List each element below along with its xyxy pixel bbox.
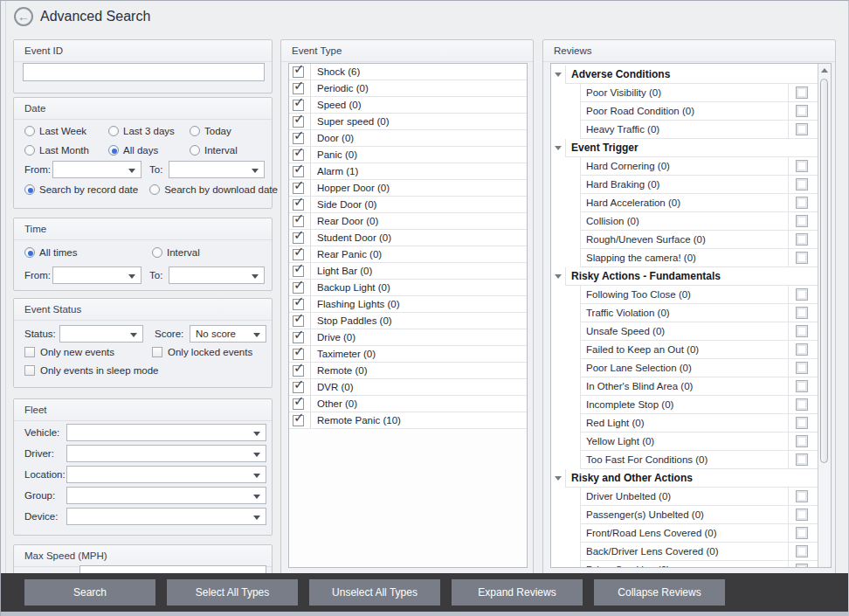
radio-search-by-download-date[interactable]: Search by download date xyxy=(149,184,278,195)
checked-checkbox-icon[interactable] xyxy=(293,282,304,294)
radio-last-3-days[interactable]: Last 3 days xyxy=(108,126,190,136)
radio-all-days[interactable]: All days xyxy=(108,145,190,156)
unchecked-checkbox-icon[interactable] xyxy=(796,87,808,99)
checked-checkbox-icon[interactable] xyxy=(293,133,304,144)
reviews-item-poor-road-condition-0[interactable]: Poor Road Condition (0) xyxy=(551,102,818,121)
fleet-location-combo[interactable] xyxy=(66,466,266,483)
reviews-item-hard-cornering-0[interactable]: Hard Cornering (0) xyxy=(551,157,818,176)
expand-reviews-button[interactable]: Expand Reviews xyxy=(452,579,583,606)
date-to-combo[interactable] xyxy=(169,161,265,178)
radio-today[interactable]: Today xyxy=(190,126,238,136)
event-type-row-flashing-lights-0[interactable]: Flashing Lights (0) xyxy=(289,296,527,313)
checked-checkbox-icon[interactable] xyxy=(293,349,304,360)
unchecked-checkbox-icon[interactable] xyxy=(796,490,808,502)
event-type-row-door-0[interactable]: Door (0) xyxy=(289,130,527,147)
checked-checkbox-icon[interactable] xyxy=(293,100,304,111)
fleet-group-combo[interactable] xyxy=(66,487,266,504)
unchecked-checkbox-icon[interactable] xyxy=(796,417,808,429)
checked-checkbox-icon[interactable] xyxy=(293,415,304,426)
time-from-combo[interactable] xyxy=(52,266,142,284)
event-type-row-alarm-1[interactable]: Alarm (1) xyxy=(289,163,527,180)
unchecked-checkbox-icon[interactable] xyxy=(796,435,808,447)
reviews-category-event-trigger[interactable]: Event Trigger xyxy=(551,139,818,157)
checkbox-only-events-in-sleep-mode[interactable]: Only events in sleep mode xyxy=(24,365,152,376)
reviews-item-passenger-s-unbelted-0[interactable]: Passenger(s) Unbelted (0) xyxy=(551,506,818,524)
back-button[interactable]: ← xyxy=(14,7,33,26)
unchecked-checkbox-icon[interactable] xyxy=(796,233,808,246)
checked-checkbox-icon[interactable] xyxy=(293,216,304,227)
reviews-item-collision-0[interactable]: Collision (0) xyxy=(551,212,818,231)
checked-checkbox-icon[interactable] xyxy=(293,232,304,244)
checked-checkbox-icon[interactable] xyxy=(293,299,304,310)
unchecked-checkbox-icon[interactable] xyxy=(796,215,808,227)
event-type-row-taximeter-0[interactable]: Taximeter (0) xyxy=(289,346,527,363)
checked-checkbox-icon[interactable] xyxy=(293,398,304,410)
scrollbar-thumb[interactable] xyxy=(820,79,828,463)
unselect-all-types-button[interactable]: Unselect All Types xyxy=(309,579,440,606)
unchecked-checkbox-icon[interactable] xyxy=(796,307,808,319)
unchecked-checkbox-icon[interactable] xyxy=(796,197,808,209)
checked-checkbox-icon[interactable] xyxy=(293,382,304,393)
collapse-arrow-icon[interactable] xyxy=(555,146,562,150)
unchecked-checkbox-icon[interactable] xyxy=(796,160,808,172)
unchecked-checkbox-icon[interactable] xyxy=(796,564,808,568)
event-type-row-drive-0[interactable]: Drive (0) xyxy=(289,329,527,346)
collapse-arrow-icon[interactable] xyxy=(555,476,562,481)
event-type-row-hopper-door-0[interactable]: Hopper Door (0) xyxy=(289,180,527,197)
checked-checkbox-icon[interactable] xyxy=(293,249,304,260)
reviews-item-front-road-lens-covered-0[interactable]: Front/Road Lens Covered (0) xyxy=(551,524,818,543)
reviews-item-poor-lane-selection-0[interactable]: Poor Lane Selection (0) xyxy=(551,359,818,377)
collapse-arrow-icon[interactable] xyxy=(555,73,562,77)
unchecked-checkbox-icon[interactable] xyxy=(796,288,808,301)
unchecked-checkbox-icon[interactable] xyxy=(796,325,808,337)
reviews-item-heavy-traffic-0[interactable]: Heavy Traffic (0) xyxy=(551,121,818,139)
score-combo[interactable]: No score xyxy=(190,325,266,343)
reviews-item-too-fast-for-conditions-0[interactable]: Too Fast For Conditions (0) xyxy=(551,451,818,469)
reviews-item-driver-smoking-0[interactable]: Driver Smoking (0) xyxy=(551,561,818,568)
event-type-row-super-speed-0[interactable]: Super speed (0) xyxy=(289,114,527,130)
reviews-item-traffic-violation-0[interactable]: Traffic Violation (0) xyxy=(551,304,818,322)
checked-checkbox-icon[interactable] xyxy=(293,166,304,177)
reviews-item-slapping-the-camera-0[interactable]: Slapping the camera! (0) xyxy=(551,249,818,267)
reviews-item-poor-visibility-0[interactable]: Poor Visibility (0) xyxy=(551,84,818,102)
radio-last-month[interactable]: Last Month xyxy=(24,145,108,156)
radio-interval[interactable]: Interval xyxy=(152,247,200,258)
unchecked-checkbox-icon[interactable] xyxy=(796,105,808,117)
unchecked-checkbox-icon[interactable] xyxy=(796,453,808,466)
checkbox-only-locked-events[interactable]: Only locked events xyxy=(152,347,252,357)
event-type-row-remote-panic-10[interactable]: Remote Panic (10) xyxy=(289,412,527,429)
reviews-item-driver-unbelted-0[interactable]: Driver Unbelted (0) xyxy=(551,488,818,506)
unchecked-checkbox-icon[interactable] xyxy=(796,252,808,264)
checkbox-only-new-events[interactable]: Only new events xyxy=(24,347,152,357)
reviews-item-failed-to-keep-an-out-0[interactable]: Failed to Keep an Out (0) xyxy=(551,341,818,359)
event-type-row-light-bar-0[interactable]: Light Bar (0) xyxy=(289,263,527,280)
event-type-row-dvr-0[interactable]: DVR (0) xyxy=(289,379,527,396)
checked-checkbox-icon[interactable] xyxy=(293,315,304,327)
reviews-item-incomplete-stop-0[interactable]: Incomplete Stop (0) xyxy=(551,396,818,414)
reviews-item-in-other-s-blind-area-0[interactable]: In Other's Blind Area (0) xyxy=(551,377,818,396)
unchecked-checkbox-icon[interactable] xyxy=(796,545,808,557)
checked-checkbox-icon[interactable] xyxy=(293,83,304,94)
radio-all-times[interactable]: All times xyxy=(24,247,152,258)
reviews-item-rough-uneven-surface-0[interactable]: Rough/Uneven Surface (0) xyxy=(551,231,818,249)
unchecked-checkbox-icon[interactable] xyxy=(796,123,808,135)
radio-interval[interactable]: Interval xyxy=(190,145,238,156)
reviews-scrollbar[interactable] xyxy=(818,64,831,567)
reviews-item-unsafe-speed-0[interactable]: Unsafe Speed (0) xyxy=(551,322,818,341)
unchecked-checkbox-icon[interactable] xyxy=(796,398,808,411)
checked-checkbox-icon[interactable] xyxy=(293,183,304,194)
event-type-row-panic-0[interactable]: Panic (0) xyxy=(289,147,527,163)
reviews-category-risky-actions-fundamentals[interactable]: Risky Actions - Fundamentals xyxy=(551,267,818,286)
event-type-row-student-door-0[interactable]: Student Door (0) xyxy=(289,230,527,246)
reviews-item-following-too-close-0[interactable]: Following Too Close (0) xyxy=(551,286,818,304)
reviews-item-back-driver-lens-covered-0[interactable]: Back/Driver Lens Covered (0) xyxy=(551,543,818,561)
event-type-row-periodic-0[interactable]: Periodic (0) xyxy=(289,80,527,97)
checked-checkbox-icon[interactable] xyxy=(293,149,304,161)
event-type-row-rear-door-0[interactable]: Rear Door (0) xyxy=(289,213,527,230)
checked-checkbox-icon[interactable] xyxy=(293,116,304,128)
reviews-item-hard-braking-0[interactable]: Hard Braking (0) xyxy=(551,176,818,194)
event-type-row-rear-panic-0[interactable]: Rear Panic (0) xyxy=(289,246,527,263)
fleet-driver-combo[interactable] xyxy=(66,445,266,462)
checked-checkbox-icon[interactable] xyxy=(293,332,304,343)
time-to-combo[interactable] xyxy=(169,266,265,284)
